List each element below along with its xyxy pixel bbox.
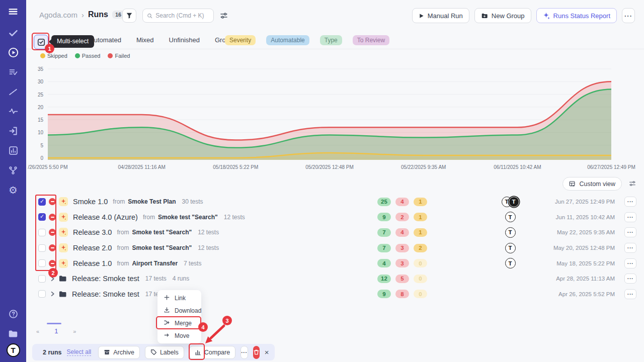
- run-date: May 20, 2025 12:48 PM: [553, 245, 615, 251]
- new-group-button[interactable]: New Group: [474, 8, 531, 23]
- multi-select-tooltip: Multi-select: [51, 35, 94, 48]
- select-all-link[interactable]: Select all: [67, 348, 92, 356]
- archive-button[interactable]: Archive: [98, 346, 140, 359]
- runs-status-report-button[interactable]: Runs Status Report: [536, 8, 617, 23]
- row-checkbox[interactable]: [38, 259, 46, 267]
- failed-status-icon: [49, 229, 56, 236]
- context-menu-item[interactable]: Merge: [157, 317, 201, 329]
- custom-view-button[interactable]: Custom view: [562, 177, 622, 191]
- x-tick-label: 04/28/2025 11:16 AM: [118, 164, 165, 170]
- run-name[interactable]: Release 2.0: [73, 244, 112, 252]
- adjustments-icon[interactable]: [220, 12, 228, 22]
- run-date: Jun 11, 2025 10:42 AM: [556, 214, 615, 220]
- activity-icon[interactable]: [0, 102, 26, 121]
- chevron-right-icon[interactable]: [50, 291, 55, 297]
- selected-count: 2 runs: [43, 349, 62, 356]
- header-more-button[interactable]: ···: [622, 8, 635, 23]
- help-icon[interactable]: [0, 304, 26, 324]
- filter-pill[interactable]: Automatable: [266, 35, 309, 45]
- check-icon[interactable]: [0, 23, 26, 43]
- steps-icon[interactable]: [0, 82, 26, 102]
- row-checkbox[interactable]: [38, 213, 46, 221]
- row-checkbox[interactable]: [38, 290, 46, 298]
- play-circle-icon[interactable]: [0, 43, 26, 62]
- trash-icon: [253, 349, 260, 355]
- chevron-right-icon[interactable]: [50, 276, 55, 282]
- run-name[interactable]: Release 1.0: [73, 259, 112, 267]
- run-name[interactable]: Release 4.0 (Azure): [73, 213, 138, 221]
- selection-more-button[interactable]: ···: [240, 346, 248, 359]
- filter-tab[interactable]: Unfinished: [169, 36, 200, 44]
- run-name[interactable]: Release: Smoke test: [72, 290, 139, 298]
- search-input[interactable]: [155, 12, 209, 19]
- sidebar: ⚙ T: [0, 0, 26, 362]
- legend-item[interactable]: Skipped: [40, 53, 67, 59]
- gear-icon[interactable]: ⚙: [0, 180, 26, 200]
- run-row: Release 3.0 from Smoke test "Search" 12 …: [26, 225, 644, 240]
- skipped-badge: 2: [414, 244, 427, 252]
- run-source[interactable]: Smoke test "Search": [158, 214, 218, 221]
- bar-chart-icon: [195, 349, 201, 355]
- run-source[interactable]: Smoke test "Search": [132, 229, 192, 236]
- group-folder-icon: [58, 275, 67, 283]
- row-more-button[interactable]: ···: [624, 289, 636, 299]
- row-more-button[interactable]: ···: [624, 258, 636, 268]
- failed-status-icon: [49, 198, 56, 205]
- view-settings-icon[interactable]: [628, 180, 636, 189]
- run-name[interactable]: Release: Smoke test: [72, 275, 139, 283]
- menu-icon[interactable]: [0, 0, 26, 23]
- filter-pill[interactable]: Severity: [225, 35, 256, 45]
- filter-tab[interactable]: Mixed: [136, 36, 154, 44]
- row-more-button[interactable]: ···: [624, 274, 636, 284]
- manual-run-button[interactable]: Manual Run: [412, 8, 469, 23]
- run-name[interactable]: Smoke 1.0: [73, 198, 108, 206]
- run-tests-count: 30 tests: [182, 198, 203, 205]
- y-tick-label: 15: [29, 117, 43, 123]
- context-menu-item[interactable]: Download: [157, 304, 201, 317]
- row-more-button[interactable]: ···: [624, 227, 636, 237]
- filter-pill[interactable]: Type: [320, 35, 342, 45]
- filter-pill[interactable]: To Review: [353, 35, 389, 45]
- run-source[interactable]: Smoke Test Plan: [128, 198, 176, 205]
- run-row: Release: Smoke test 17 tests 4 runs 12 5…: [26, 271, 644, 287]
- context-menu-item[interactable]: Move: [157, 329, 201, 342]
- labels-button[interactable]: Labels: [145, 346, 184, 359]
- row-checkbox[interactable]: [38, 198, 46, 206]
- breadcrumb-project[interactable]: Agoda.com: [39, 11, 77, 19]
- app-logo[interactable]: T: [7, 343, 20, 357]
- import-icon[interactable]: [0, 121, 26, 141]
- list-check-icon[interactable]: [0, 62, 26, 82]
- row-more-button[interactable]: ···: [624, 243, 636, 253]
- row-checkbox[interactable]: [38, 275, 46, 283]
- legend-item[interactable]: Passed: [75, 53, 101, 59]
- delete-button[interactable]: [253, 346, 260, 359]
- chart-box-icon[interactable]: [0, 141, 26, 160]
- legend-dot: [40, 53, 45, 58]
- legend-item[interactable]: Failed: [108, 53, 130, 59]
- result-badges: 25 4 1: [377, 198, 427, 206]
- passed-badge: 12: [377, 275, 391, 283]
- page-next-button[interactable]: »: [73, 328, 76, 334]
- branch-icon[interactable]: [0, 160, 26, 180]
- row-checkbox[interactable]: [38, 229, 46, 236]
- run-source[interactable]: Airport Transfer: [132, 260, 178, 267]
- filter-tab[interactable]: Automated: [90, 36, 121, 44]
- page-number-active[interactable]: 1: [50, 324, 62, 338]
- avatar: T: [505, 258, 516, 268]
- row-checkbox[interactable]: [38, 244, 46, 252]
- page-prev-button[interactable]: «: [36, 328, 39, 334]
- run-source[interactable]: Smoke test "Search": [132, 244, 192, 251]
- row-more-button[interactable]: ···: [624, 212, 636, 222]
- compare-button[interactable]: Compare: [189, 346, 235, 359]
- multi-select-button[interactable]: [34, 35, 48, 49]
- row-more-button[interactable]: ···: [624, 197, 636, 207]
- search-box[interactable]: [142, 9, 214, 23]
- folder-icon[interactable]: [0, 324, 26, 343]
- tag-icon: [150, 349, 157, 355]
- run-name[interactable]: Release 3.0: [73, 228, 112, 236]
- close-selection-icon[interactable]: ×: [265, 346, 269, 358]
- run-tests-count: 12 tests: [224, 214, 245, 221]
- run-from-label: from: [117, 244, 129, 251]
- filter-button[interactable]: [122, 9, 136, 23]
- context-menu-item[interactable]: Link: [157, 292, 201, 304]
